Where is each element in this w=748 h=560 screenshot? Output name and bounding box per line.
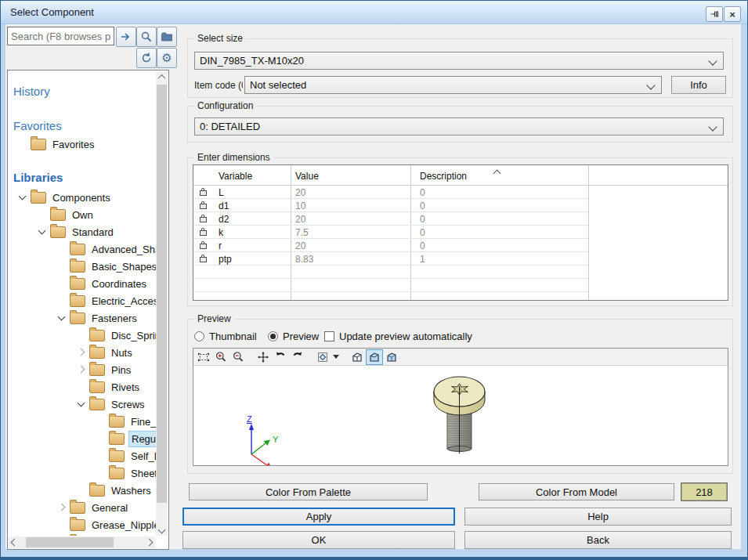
thumbnail-radio[interactable]: Thumbnail <box>194 331 257 342</box>
table-row[interactable]: k 7.5 0 <box>193 226 728 239</box>
dim-value[interactable]: 20 <box>295 187 305 198</box>
tree-section-libraries[interactable]: Libraries <box>9 168 157 186</box>
configuration-combobox[interactable]: 0: DETAILED <box>194 117 724 135</box>
zoom-in-button[interactable] <box>212 349 229 365</box>
tree-item-screws[interactable]: Screws <box>9 396 157 413</box>
settings-button[interactable]: ⚙ <box>157 48 177 68</box>
header-description[interactable]: Description <box>420 171 467 182</box>
tree-item-partial[interactable] <box>9 533 157 536</box>
search-input[interactable] <box>7 27 114 45</box>
size-combobox[interactable]: DIN_7985_TX-M10x20 <box>194 52 724 70</box>
table-row-empty[interactable] <box>193 279 728 292</box>
table-row[interactable]: d1 10 0 <box>193 199 728 212</box>
item-code-combobox[interactable]: Not selected <box>244 76 662 94</box>
chevron-right-icon[interactable] <box>56 501 68 514</box>
tree-item-electric-accessories[interactable]: Electric_Accessor <box>9 292 157 309</box>
tree-section-history[interactable]: History <box>9 81 157 100</box>
chevron-right-icon[interactable] <box>75 346 88 359</box>
scroll-right-arrow[interactable] <box>143 537 155 548</box>
tree-item-disc-springs[interactable]: Disc_Springs <box>9 327 157 344</box>
tree-vertical-scrollbar[interactable] <box>156 71 168 536</box>
tree-item-general[interactable]: General <box>9 499 157 516</box>
close-button[interactable]: × <box>724 6 741 22</box>
dim-description[interactable]: 0 <box>420 214 425 225</box>
render-mode-shaded-button[interactable] <box>366 349 383 365</box>
dimensions-table[interactable]: Variable Value Description L 20 0 d1 10 … <box>193 164 728 301</box>
tree-item-rivets[interactable]: Rivets <box>9 378 157 396</box>
scroll-up-arrow[interactable] <box>156 71 168 83</box>
fit-view-button[interactable] <box>195 349 212 365</box>
chevron-down-icon[interactable] <box>75 398 88 410</box>
tree-item-standard[interactable]: Standard <box>9 223 157 240</box>
pan-button[interactable] <box>255 349 272 365</box>
table-row[interactable]: ptp 8.83 1 <box>193 252 728 266</box>
tree-section-favorites[interactable]: Favorites <box>9 116 157 135</box>
help-button[interactable]: Help <box>464 508 732 526</box>
render-mode-wire-button[interactable] <box>349 349 366 365</box>
vertical-scroll-thumb[interactable] <box>157 85 167 503</box>
dim-description[interactable]: 0 <box>420 201 425 211</box>
dim-description[interactable]: 1 <box>420 254 425 265</box>
tree-item-basic-shapes[interactable]: Basic_Shapes <box>9 258 157 275</box>
dim-value[interactable]: 7.5 <box>295 227 309 238</box>
dim-value[interactable]: 10 <box>295 201 305 211</box>
tree-horizontal-scrollbar[interactable] <box>9 537 155 548</box>
rotate-cw-button[interactable] <box>289 349 306 365</box>
rotate-ccw-button[interactable] <box>272 349 289 365</box>
refresh-button[interactable] <box>136 48 157 68</box>
color-from-model-button[interactable]: Color From Model <box>479 483 674 500</box>
titlebar[interactable]: Select Component × <box>1 1 747 24</box>
preview-radio[interactable]: Preview <box>268 331 319 342</box>
tree-item-nuts[interactable]: Nuts <box>9 344 157 361</box>
tree-item-own[interactable]: Own <box>9 206 157 223</box>
radio-icon[interactable] <box>194 331 204 341</box>
tree-item-grease-nipples[interactable]: Grease_Nipples <box>9 516 157 533</box>
scroll-left-arrow[interactable] <box>9 537 20 548</box>
tree-item-components[interactable]: Components <box>9 189 157 206</box>
color-from-palette-button[interactable]: Color From Palette <box>189 483 428 500</box>
radio-selected-icon[interactable] <box>268 331 278 341</box>
center-target-button[interactable] <box>314 349 331 365</box>
tree-item-pins[interactable]: Pins <box>9 361 157 378</box>
scroll-down-arrow[interactable] <box>156 524 168 536</box>
browse-library-button[interactable] <box>157 27 177 47</box>
dim-value[interactable]: 20 <box>295 214 305 225</box>
table-header-row[interactable]: Variable Value Description <box>193 165 728 186</box>
header-value[interactable]: Value <box>295 171 319 182</box>
back-button[interactable]: Back <box>464 531 732 549</box>
tree-item-sheet-metal[interactable]: Sheet_M <box>9 464 157 482</box>
ok-button[interactable]: OK <box>182 531 455 549</box>
horizontal-scroll-thumb[interactable] <box>26 537 114 547</box>
table-row-empty[interactable] <box>193 266 728 279</box>
table-row[interactable]: d2 20 0 <box>193 212 728 226</box>
dim-description[interactable]: 0 <box>420 240 425 251</box>
tree-item-regular-selected[interactable]: Regular <box>9 430 157 447</box>
tree-item-coordinates[interactable]: Coordinates <box>9 275 157 292</box>
dim-value[interactable]: 20 <box>295 240 305 251</box>
zoom-out-button[interactable] <box>229 349 247 365</box>
checkbox-icon[interactable] <box>324 331 334 341</box>
tree-item-fine-thread[interactable]: Fine_Th <box>9 413 157 430</box>
tree-item-favorites[interactable]: Favorites <box>9 135 157 153</box>
color-swatch[interactable]: 218 <box>681 482 728 501</box>
info-button[interactable]: Info <box>671 76 726 94</box>
chevron-down-icon[interactable] <box>36 226 49 238</box>
apply-button[interactable]: Apply <box>182 508 455 526</box>
chevron-right-icon[interactable] <box>75 363 88 376</box>
table-row-empty[interactable] <box>193 292 728 301</box>
table-row[interactable]: L 20 0 <box>193 186 728 199</box>
tree-item-washers[interactable]: Washers <box>9 482 157 499</box>
dim-description[interactable]: 0 <box>420 187 425 198</box>
tree-item-self-drilling[interactable]: Self_Dri <box>9 447 157 464</box>
dim-value[interactable]: 8.83 <box>295 254 313 265</box>
search-button[interactable] <box>136 27 157 47</box>
preview-viewport[interactable]: Z Y X <box>193 366 728 465</box>
table-row[interactable]: r 20 0 <box>193 239 728 252</box>
tree-item-advanced-shapes[interactable]: Advanced_Shape <box>9 240 157 258</box>
header-variable[interactable]: Variable <box>219 171 252 182</box>
chevron-down-icon[interactable] <box>56 312 68 324</box>
auto-update-checkbox[interactable]: Update preview automatically <box>324 331 472 342</box>
dropdown-caret-icon[interactable] <box>333 355 339 359</box>
dim-description[interactable]: 0 <box>420 227 425 238</box>
tree-item-fasteners[interactable]: Fasteners <box>9 309 157 327</box>
